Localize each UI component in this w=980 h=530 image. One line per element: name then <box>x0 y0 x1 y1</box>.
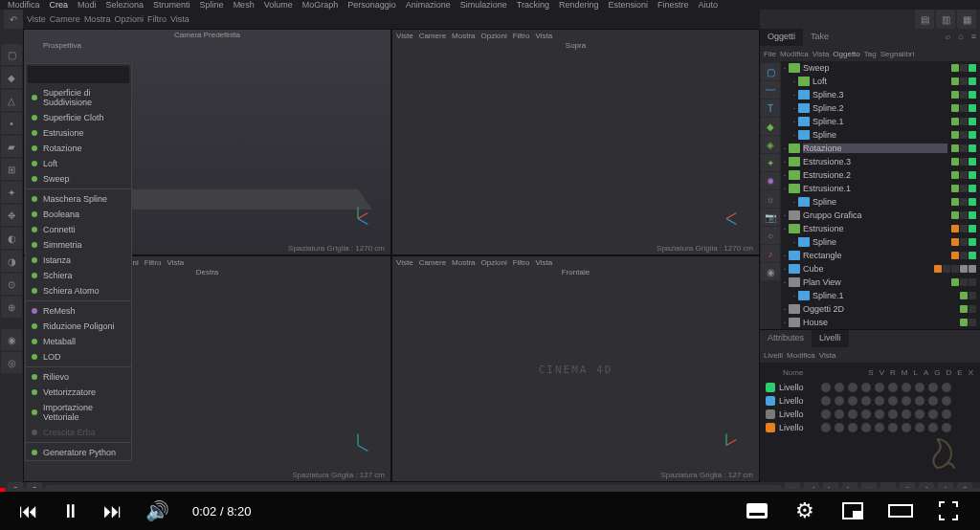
dropdown-item[interactable]: LOD <box>26 349 131 364</box>
object-tree-row[interactable]: ·Rectangle <box>781 249 980 262</box>
object-tree-row[interactable]: ·Estrusione.2 <box>781 168 980 182</box>
settings-button[interactable]: ⚙ <box>792 501 817 520</box>
search-icon[interactable]: ⌕ <box>942 29 954 46</box>
axis-mode-icon[interactable]: ✥ <box>1 205 22 226</box>
vp-menu-item[interactable]: Viste <box>27 14 46 24</box>
progress-bar[interactable] <box>0 488 980 492</box>
obj-menu-oggetto[interactable]: Oggetto <box>833 50 859 58</box>
object-mode-icon[interactable]: ◆ <box>1 67 22 88</box>
menu-tracking[interactable]: Tracking <box>517 0 549 10</box>
volume-icon[interactable]: ◉ <box>761 263 780 280</box>
vp-menu-item[interactable]: Opzioni <box>114 14 144 24</box>
layer-row[interactable]: Livello <box>766 408 974 421</box>
object-tree-row[interactable]: ·Spline <box>781 128 980 142</box>
mograph-icon[interactable]: ✦ <box>761 154 780 171</box>
dropdown-item[interactable]: Superficie di Suddivisione <box>26 85 131 110</box>
prev-button[interactable]: ⏮ <box>19 500 38 522</box>
object-tree-row[interactable]: ·Gruppo Grafica <box>781 209 980 222</box>
spline-icon[interactable]: 〰 <box>761 81 780 99</box>
menu-modi[interactable]: Modi <box>78 0 97 10</box>
layer-menu-livelli[interactable]: Livelli <box>764 351 783 360</box>
null-icon[interactable]: ○ <box>761 227 780 244</box>
generator-icon[interactable]: ◆ <box>761 118 780 135</box>
generators-dropdown[interactable]: Superficie di SuddivisioneSuperficie Clo… <box>25 63 132 461</box>
light-icon[interactable]: ☼ <box>761 190 780 208</box>
menu-icon[interactable]: ≡ <box>968 29 980 46</box>
field-icon[interactable]: ✹ <box>761 172 780 189</box>
menu-rendering[interactable]: Rendering <box>559 0 599 10</box>
uv-mode-icon[interactable]: ⊞ <box>1 159 22 180</box>
obj-menu-tag[interactable]: Tag <box>864 50 877 58</box>
dropdown-item[interactable]: ReMesh <box>26 303 131 319</box>
dropdown-item[interactable]: Booleana <box>26 207 131 222</box>
model-mode-icon[interactable]: ▢ <box>1 44 22 65</box>
point-mode-icon[interactable]: • <box>1 113 22 134</box>
miniplayer-button[interactable] <box>840 501 865 520</box>
obj-menu-vista[interactable]: Vista <box>813 50 830 58</box>
tab-livelli[interactable]: Livelli <box>812 330 849 347</box>
next-button[interactable]: ⏭ <box>103 500 122 522</box>
tool-icon[interactable]: ◐ <box>1 228 22 249</box>
layout-button[interactable]: ▦ <box>957 10 976 29</box>
text-icon[interactable]: T <box>761 99 780 117</box>
dropdown-item[interactable]: Schiera <box>26 268 131 283</box>
object-tree-row[interactable]: ·Estrusione.3 <box>781 155 980 168</box>
tab-oggetti[interactable]: Oggetti <box>760 29 803 46</box>
object-tree-row[interactable]: ·Spline.3 <box>781 88 980 101</box>
layer-row[interactable]: Livello <box>766 421 974 434</box>
dropdown-item[interactable]: Metaball <box>26 334 131 349</box>
undo-button[interactable]: ↶ <box>4 10 23 29</box>
vp-menu-item[interactable]: Vista <box>170 14 189 24</box>
layout-button[interactable]: ▤ <box>915 10 934 29</box>
viewport-front[interactable]: Viste Camere Mostra Opzioni Filtro Vista… <box>391 255 760 482</box>
texture-mode-icon[interactable]: ✦ <box>1 182 22 203</box>
object-tree-row[interactable]: ·Plan View <box>781 276 980 289</box>
vp-menu-item[interactable]: Camere <box>50 14 80 24</box>
layer-menu-modifica[interactable]: Modifica <box>787 351 815 360</box>
volume-icon[interactable]: 🔊 <box>145 499 169 522</box>
object-tree-row[interactable]: ·House <box>781 316 980 329</box>
tool-icon[interactable]: ⊙ <box>1 274 22 295</box>
object-tree-row[interactable]: ·Loft <box>781 75 980 88</box>
dropdown-item[interactable]: Riduzione Poligoni <box>26 319 131 334</box>
obj-menu-modifica[interactable]: Modifica <box>780 50 809 58</box>
main-menubar[interactable]: Modifica Crea Modi Seleziona Strumenti S… <box>0 0 980 10</box>
object-tree-row[interactable]: ·Spline.2 <box>781 101 980 115</box>
dropdown-item[interactable]: Superficie Cloth <box>26 110 131 125</box>
object-tree-row[interactable]: ·Oggetti 2D <box>781 302 980 316</box>
menu-aiuto[interactable]: Aiuto <box>699 0 719 10</box>
dropdown-item[interactable]: Simmetria <box>26 237 131 253</box>
pause-button[interactable]: ⏸ <box>61 500 80 522</box>
deformer-icon[interactable]: ◈ <box>761 136 780 153</box>
poly-mode-icon[interactable]: ▰ <box>1 136 22 157</box>
dropdown-item[interactable]: Sweep <box>26 171 131 187</box>
menu-estensioni[interactable]: Estensioni <box>609 0 649 10</box>
object-tree-row[interactable]: ·Sweep <box>781 61 980 75</box>
menu-spline[interactable]: Spline <box>200 0 224 10</box>
object-tree-row[interactable]: ·Spline <box>781 195 980 209</box>
menu-animazione[interactable]: Animazione <box>406 0 451 10</box>
tool-icon[interactable]: ⊕ <box>1 297 22 318</box>
dropdown-item[interactable]: Maschera Spline <box>26 191 131 207</box>
obj-menu-file[interactable]: File <box>764 50 776 58</box>
tool-icon[interactable]: ◉ <box>1 329 22 350</box>
dropdown-search[interactable] <box>28 66 129 83</box>
home-icon[interactable]: ⌂ <box>954 29 967 46</box>
menu-strumenti[interactable]: Strumenti <box>153 0 190 10</box>
menu-crea[interactable]: Crea <box>50 0 69 10</box>
object-tree[interactable]: ·Sweep·Loft·Spline.3·Spline.2·Spline.1·S… <box>781 61 980 329</box>
object-tree-row[interactable]: ·Rotazione <box>781 142 980 155</box>
menu-personaggio[interactable]: Personaggio <box>347 0 396 10</box>
vp-menu-item[interactable]: Filtro <box>147 14 167 24</box>
dropdown-item[interactable]: Importazione Vettoriale <box>26 400 131 425</box>
dropdown-item[interactable]: Rilievo <box>26 369 131 385</box>
dropdown-item[interactable]: Generatore Python <box>26 445 131 460</box>
viewport-top[interactable]: Viste Camere Mostra Opzioni Filtro Vista… <box>391 29 760 255</box>
object-tree-row[interactable]: ·Estrusione.1 <box>781 182 980 195</box>
dropdown-item[interactable]: Vettorizzatore <box>26 385 131 400</box>
subtitles-button[interactable] <box>745 501 769 520</box>
fullscreen-button[interactable] <box>936 501 961 520</box>
camera-icon[interactable]: 📷 <box>761 209 780 226</box>
dropdown-item[interactable]: Istanza <box>26 253 131 268</box>
object-tree-row[interactable]: ·Spline.1 <box>781 289 980 302</box>
